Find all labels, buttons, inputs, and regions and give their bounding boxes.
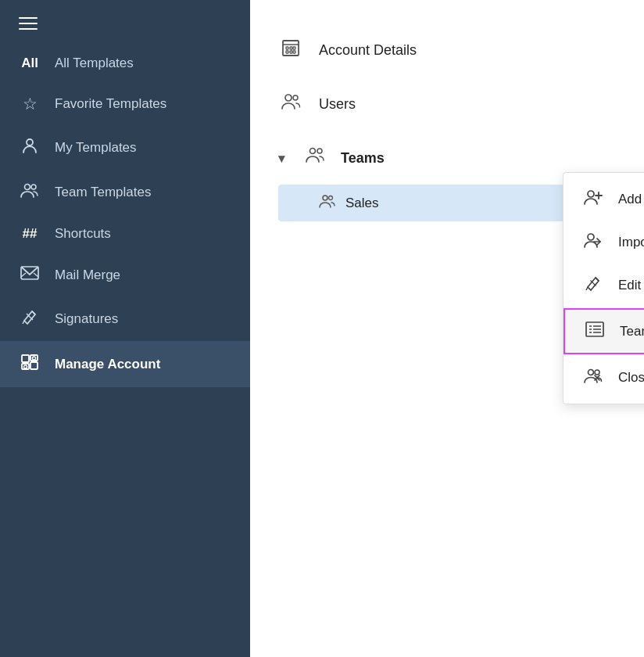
svg-line-6 [32,311,35,314]
context-label-close-team: Close Team [618,370,644,386]
svg-point-32 [588,234,594,240]
teams-label: Teams [341,150,385,167]
sidebar-label-manage-account: Manage Account [55,357,160,372]
context-menu-item-add-users[interactable]: Add Users [564,178,644,221]
settings-icon [19,353,41,375]
sidebar-item-signatures[interactable]: Signatures [0,296,250,341]
svg-point-28 [329,196,333,200]
svg-point-45 [595,370,599,375]
sidebar-label-shortcuts: Shortcuts [55,226,111,242]
building-icon [278,38,303,63]
all-prefix: All [19,56,41,71]
sidebar-item-mail-merge[interactable]: Mail Merge [0,253,250,296]
sidebar-label-favorite-templates: Favorite Templates [55,96,166,112]
shortcuts-prefix: ## [19,226,41,242]
svg-rect-21 [290,51,292,53]
main-panel: Account Details Users ▾ [250,0,644,657]
svg-point-1 [25,185,30,190]
sidebar: All All Templates ☆ Favorite Templates M… [0,0,250,657]
svg-line-4 [21,273,26,277]
sidebar-label-team-templates: Team Templates [55,185,151,200]
properties-icon [584,321,606,342]
import-user-icon [582,232,604,253]
svg-point-25 [310,149,316,154]
users-icon [278,92,303,117]
svg-line-5 [34,273,38,277]
team-label-sales: Sales [345,196,379,211]
close-team-icon [582,367,604,388]
svg-point-14 [33,357,36,360]
svg-point-24 [293,95,298,100]
context-label-import-users: Import Users [618,235,644,250]
hamburger-button[interactable] [0,0,250,44]
sidebar-item-manage-account[interactable]: Manage Account [0,341,250,387]
pen-icon [19,308,41,329]
svg-point-13 [24,365,27,368]
svg-rect-20 [286,51,288,53]
edit-icon [582,275,604,296]
add-user-icon [582,188,604,210]
svg-point-23 [285,95,292,101]
sidebar-item-team-templates[interactable]: Team Templates [0,170,250,214]
svg-point-0 [27,139,33,145]
svg-line-34 [596,278,599,281]
sidebar-item-my-templates[interactable]: My Templates [0,125,250,170]
svg-rect-18 [290,47,292,49]
svg-rect-12 [30,362,38,369]
sales-team-icon [319,192,336,214]
svg-rect-22 [293,51,295,53]
svg-rect-17 [286,47,288,49]
svg-point-44 [589,370,594,375]
person-icon [19,137,41,158]
star-icon: ☆ [19,95,41,113]
context-menu-item-close-team[interactable]: Close Team [564,356,644,399]
context-label-team-properties: Team Properties [620,324,644,339]
context-menu-item-edit-team[interactable]: Edit Team [564,264,644,307]
sidebar-label-signatures: Signatures [55,311,118,327]
svg-line-7 [23,321,24,324]
svg-point-29 [588,191,594,197]
context-menu-item-import-users[interactable]: Import Users [564,221,644,264]
teams-icon [303,145,328,171]
sidebar-nav: All All Templates ☆ Favorite Templates M… [0,44,250,657]
context-menu: Add Users Import Users [563,172,644,404]
hamburger-icon[interactable] [19,17,38,30]
svg-point-2 [31,185,36,189]
context-menu-item-team-properties[interactable]: Team Properties [564,308,644,354]
svg-rect-19 [293,47,295,49]
sidebar-label-my-templates: My Templates [55,140,137,156]
sidebar-item-all-templates[interactable]: All All Templates [0,44,250,83]
chevron-down-icon: ▾ [278,151,291,166]
sidebar-item-shortcuts[interactable]: ## Shortcuts [0,214,250,253]
people-icon [19,181,41,203]
context-label-edit-team: Edit Team [618,278,644,293]
svg-line-35 [586,287,588,290]
svg-point-27 [323,196,327,200]
sidebar-label-mail-merge: Mail Merge [55,267,120,283]
sidebar-item-favorite-templates[interactable]: ☆ Favorite Templates [0,83,250,125]
sidebar-label-all-templates: All Templates [55,56,134,71]
context-label-add-users: Add Users [618,192,644,207]
svg-point-26 [317,149,322,153]
svg-rect-9 [22,355,29,362]
envelope-icon [19,265,41,285]
ma-label-account-details: Account Details [319,42,417,59]
ma-item-users[interactable]: Users [278,77,616,131]
ma-item-account-details[interactable]: Account Details [278,23,616,77]
ma-label-users: Users [319,96,356,113]
